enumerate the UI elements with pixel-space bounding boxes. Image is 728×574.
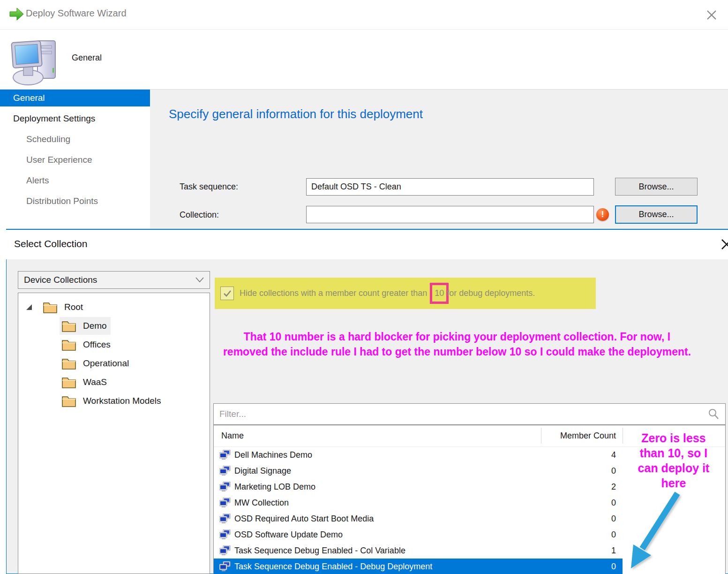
- table-row[interactable]: OSD Required Auto Start Boot Media 0: [214, 511, 623, 527]
- dropdown-value: Device Collections: [24, 275, 97, 285]
- device-collection-icon: [219, 545, 231, 556]
- banner-text-after: for debug deployments.: [447, 288, 535, 298]
- table-row[interactable]: Digital Signage 0: [214, 463, 623, 479]
- page-title: General: [72, 53, 102, 63]
- tree-item-operational[interactable]: Operational: [18, 354, 210, 373]
- collection-name: Digital Signage: [234, 466, 291, 476]
- window-title: Deploy Software Wizard: [26, 8, 127, 19]
- column-header-name[interactable]: Name: [221, 431, 244, 441]
- dialog-title: Select Collection: [14, 238, 87, 249]
- member-count: 0: [611, 466, 616, 476]
- member-count: 1: [611, 546, 616, 556]
- nav-item-general[interactable]: General: [0, 90, 150, 106]
- device-collection-icon: [219, 514, 231, 524]
- task-sequence-label: Task sequence:: [180, 182, 238, 192]
- device-collection-icon: [219, 482, 231, 492]
- annotation-blocker-note: That 10 number is a hard blocker for pic…: [220, 329, 694, 359]
- annotation-arrow-icon: [620, 489, 690, 574]
- tree-item-label: Demo: [83, 321, 107, 331]
- collection-name: Dell Machines Demo: [234, 450, 312, 460]
- device-collection-icon: [219, 498, 231, 508]
- collection-input[interactable]: [306, 206, 594, 223]
- table-row[interactable]: Dell Machines Demo 4: [214, 447, 623, 463]
- tree-item-label: WaaS: [83, 377, 107, 387]
- main-heading: Specify general information for this dep…: [169, 107, 423, 121]
- search-icon[interactable]: [707, 408, 720, 420]
- wizard-nav: GeneralDeployment SettingsSchedulingUser…: [0, 90, 150, 229]
- member-count: 4: [611, 450, 616, 460]
- member-count: 0: [611, 498, 616, 508]
- table-row[interactable]: MW Collection 0: [214, 495, 623, 511]
- table-row[interactable]: Marketing LOB Demo 2: [214, 479, 623, 495]
- folder-icon: [61, 394, 76, 408]
- tree-children: Demo Offices Operational WaaS: [18, 317, 210, 410]
- tree-item-label: Offices: [83, 340, 111, 350]
- validation-error-icon: !: [596, 208, 609, 221]
- device-collection-icon: [219, 450, 231, 460]
- folder-icon: [61, 357, 76, 370]
- table-row[interactable]: Task Sequence Debug Enabled - Debug Depl…: [214, 559, 623, 574]
- member-count: 0: [611, 530, 616, 540]
- hide-collections-banner: Hide collections with a member count gre…: [215, 278, 596, 309]
- column-separator[interactable]: [541, 428, 541, 444]
- nav-item-scheduling[interactable]: Scheduling: [0, 131, 150, 148]
- green-arrow-icon: [9, 7, 24, 21]
- computer-icon: [8, 34, 58, 87]
- tree-item-demo[interactable]: Demo: [18, 317, 210, 335]
- tree-item-label: Operational: [83, 358, 129, 369]
- collection-name: Marketing LOB Demo: [234, 482, 315, 492]
- tree-item-offices[interactable]: Offices: [18, 335, 210, 354]
- hide-collections-checkbox[interactable]: [220, 287, 234, 300]
- tree-item-root[interactable]: Root: [18, 298, 210, 317]
- collection-label: Collection:: [180, 210, 219, 220]
- member-count-limit: 10: [430, 283, 449, 304]
- folder-icon: [43, 301, 58, 314]
- banner-text-before: Hide collections with a member count gre…: [240, 288, 427, 298]
- member-count: 2: [611, 482, 616, 492]
- task-sequence-input[interactable]: Default OSD TS - Clean: [306, 178, 594, 196]
- checkmark-icon: [223, 290, 232, 297]
- dialog-close-button[interactable]: [718, 236, 728, 253]
- tree-expander-icon[interactable]: [26, 304, 32, 310]
- task-sequence-value: Default OSD TS - Clean: [311, 182, 401, 192]
- close-icon: [705, 9, 718, 21]
- tree-item-label: Root: [64, 302, 83, 312]
- folder-icon: [61, 376, 76, 389]
- collection-name: MW Collection: [234, 498, 289, 508]
- collection-name: OSD Required Auto Start Boot Media: [234, 514, 374, 524]
- nav-item-user-experience[interactable]: User Experience: [0, 151, 150, 168]
- tree-item-waas[interactable]: WaaS: [18, 373, 210, 392]
- column-separator[interactable]: [623, 428, 623, 444]
- nav-item-deployment-settings[interactable]: Deployment Settings: [0, 110, 150, 127]
- tree-item-workstation-models[interactable]: Workstation Models: [18, 392, 210, 410]
- filter-input[interactable]: [214, 409, 707, 419]
- collection-tree: Root Demo Offices Operational: [18, 293, 210, 574]
- member-count: 0: [611, 562, 616, 572]
- folder-icon: [61, 319, 76, 332]
- dialog-titlebar: [6, 230, 728, 259]
- device-collection-icon: [219, 529, 231, 540]
- device-collection-icon: [219, 466, 231, 476]
- window-close-button[interactable]: [703, 7, 720, 23]
- close-icon: [720, 237, 728, 251]
- nav-item-alerts[interactable]: Alerts: [0, 172, 150, 189]
- device-collection-icon: [219, 561, 231, 572]
- collection-name: Task Sequence Debug Enabled - Debug Depl…: [234, 562, 432, 572]
- table-row[interactable]: Task Sequence Debug Enabled - Col Variab…: [214, 543, 623, 559]
- nav-item-distribution-points[interactable]: Distribution Points: [0, 193, 150, 210]
- collection-name: OSD Software Update Demo: [234, 530, 343, 540]
- tree-item-label: Workstation Models: [83, 396, 161, 406]
- folder-icon: [61, 338, 76, 351]
- collection-name: Task Sequence Debug Enabled - Col Variab…: [234, 546, 405, 556]
- browse-task-sequence-button[interactable]: Browse...: [615, 178, 698, 196]
- wizard-header-band: [0, 30, 728, 89]
- filter-box: [213, 403, 726, 425]
- annotation-zero-note: Zero is less than 10, so I can deploy it…: [630, 430, 717, 491]
- member-count: 0: [611, 514, 616, 524]
- table-row[interactable]: OSD Software Update Demo 0: [214, 527, 623, 543]
- collection-type-dropdown[interactable]: Device Collections: [18, 271, 210, 289]
- column-header-member-count[interactable]: Member Count: [541, 431, 623, 441]
- browse-collection-button[interactable]: Browse...: [615, 205, 698, 224]
- chevron-down-icon: [195, 277, 204, 283]
